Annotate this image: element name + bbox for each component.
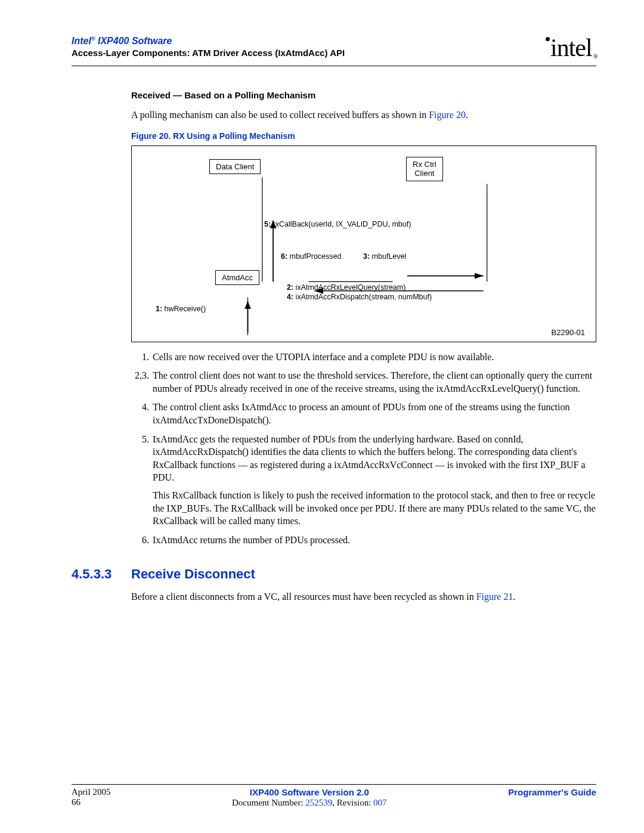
footer-left: April 2005 66 bbox=[72, 787, 110, 808]
label-1: 1: hwReceive() bbox=[156, 305, 206, 313]
footer-docline: Document Number: 252539, Revision: 007 bbox=[232, 798, 387, 807]
doc-number: 252539 bbox=[305, 798, 332, 807]
section2-text-a: Before a client disconnects from a VC, a… bbox=[131, 592, 476, 602]
product-name: Intel® IXP400 Software bbox=[72, 36, 345, 47]
figure-diagram: Data Client Rx Ctrl Client AtmdAcc 5: rx… bbox=[131, 145, 596, 342]
label-2-text: ixAtmdAccRxLevelQuery(stream) bbox=[293, 283, 405, 292]
intro-text-b: . bbox=[466, 110, 468, 120]
section2-text-b: . bbox=[513, 592, 515, 602]
item-num: 6. bbox=[131, 534, 153, 547]
header-left: Intel® IXP400 Software Access-Layer Comp… bbox=[72, 36, 345, 58]
item-text: IxAtmdAcc returns the number of PDUs pro… bbox=[153, 534, 596, 547]
intel-logo: intel® bbox=[546, 33, 596, 62]
logo-registered: ® bbox=[593, 52, 597, 60]
list-item: 1. Cells are now received over the UTOPI… bbox=[131, 351, 596, 364]
section-heading: 4.5.3.3 Receive Disconnect bbox=[72, 566, 596, 582]
content: Received — Based on a Polling Mechanism … bbox=[131, 90, 596, 603]
item-text: The control client asks IxAtmdAcc to pro… bbox=[153, 401, 596, 426]
footer-center: IXP400 Software Version 2.0 Document Num… bbox=[110, 787, 508, 808]
label-3-text: mbufLevel bbox=[370, 252, 406, 261]
page-header: Intel® IXP400 Software Access-Layer Comp… bbox=[72, 36, 596, 66]
label-5: 5: rxCallBack(userId, IX_VALID_PDU, mbuf… bbox=[264, 220, 411, 228]
data-client-box: Data Client bbox=[209, 159, 261, 174]
subsection-heading: Received — Based on a Polling Mechanism bbox=[131, 90, 596, 100]
doc-label-b: , Revision: bbox=[332, 798, 373, 807]
label-4-num: 4: bbox=[287, 293, 293, 301]
label-4-text: ixAtmdAccRxDispatch(stream, numMbuf) bbox=[293, 293, 432, 301]
label-2: 2: ixAtmdAccRxLevelQuery(stream) bbox=[287, 283, 405, 292]
item-text: The control client does not want to use … bbox=[153, 369, 596, 395]
label-6: 6: mbufProcessed bbox=[281, 252, 341, 261]
figure21-link[interactable]: Figure 21 bbox=[476, 592, 513, 602]
label-3-num: 3: bbox=[363, 252, 370, 261]
label-2-num: 2: bbox=[287, 283, 293, 292]
registered-mark: ® bbox=[91, 36, 95, 42]
item-num: 1. bbox=[131, 351, 153, 364]
doc-revision: 007 bbox=[373, 798, 387, 807]
list-item: 6. IxAtmdAcc returns the number of PDUs … bbox=[131, 534, 596, 547]
product-prefix: Intel bbox=[72, 36, 91, 46]
rx-ctrl-line2: Client bbox=[414, 169, 434, 178]
product-suffix: IXP400 Software bbox=[95, 36, 172, 46]
atmdacc-box: AtmdAcc bbox=[215, 270, 259, 285]
header-subtitle: Access-Layer Components: ATM Driver Acce… bbox=[72, 48, 345, 58]
figure-ref-link[interactable]: Figure 20 bbox=[429, 110, 466, 120]
figure-caption: Figure 20. RX Using a Polling Mechanism bbox=[131, 131, 596, 141]
numbered-list: 1. Cells are now received over the UTOPI… bbox=[131, 351, 596, 547]
item-text: Cells are now received over the UTOPIA i… bbox=[153, 351, 596, 364]
label-1-text: hwReceive() bbox=[162, 305, 206, 313]
item-text: IxAtmdAcc gets the requested number of P… bbox=[153, 433, 596, 528]
item5-p1: IxAtmdAcc gets the requested number of P… bbox=[153, 434, 586, 483]
section2-paragraph: Before a client disconnects from a VC, a… bbox=[131, 590, 596, 603]
figure-code: B2290-01 bbox=[552, 328, 585, 337]
label-5-num: 5: bbox=[264, 220, 271, 228]
item-num: 4. bbox=[131, 401, 153, 426]
page-footer: April 2005 66 IXP400 Software Version 2.… bbox=[72, 784, 596, 808]
label-5-text: rxCallBack(userId, IX_VALID_PDU, mbuf) bbox=[271, 220, 411, 228]
footer-right: Programmer's Guide bbox=[508, 787, 596, 808]
footer-version: IXP400 Software Version 2.0 bbox=[250, 787, 369, 797]
rx-ctrl-line1: Rx Ctrl bbox=[413, 160, 436, 169]
rx-ctrl-client-box: Rx Ctrl Client bbox=[406, 157, 443, 181]
list-item: 4. The control client asks IxAtmdAcc to … bbox=[131, 401, 596, 426]
page: Intel® IXP400 Software Access-Layer Comp… bbox=[0, 0, 644, 833]
list-item: 2,3. The control client does not want to… bbox=[131, 369, 596, 395]
label-1-num: 1: bbox=[156, 305, 162, 313]
label-3: 3: mbufLevel bbox=[363, 252, 406, 261]
list-item: 5. IxAtmdAcc gets the requested number o… bbox=[131, 433, 596, 528]
section-title: Receive Disconnect bbox=[131, 566, 255, 582]
label-6-num: 6: bbox=[281, 252, 287, 261]
doc-label-a: Document Number: bbox=[232, 798, 305, 807]
label-4: 4: ixAtmdAccRxDispatch(stream, numMbuf) bbox=[287, 293, 432, 301]
intro-text-a: A polling mechanism can also be used to … bbox=[131, 110, 429, 120]
intro-paragraph: A polling mechanism can also be used to … bbox=[131, 109, 596, 122]
logo-dot-icon bbox=[546, 37, 550, 41]
logo-text: intel bbox=[550, 34, 592, 61]
section-number: 4.5.3.3 bbox=[72, 566, 131, 582]
item5-p2: This RxCallback function is likely to pu… bbox=[153, 489, 596, 528]
item-num: 5. bbox=[131, 433, 153, 528]
footer-page: 66 bbox=[72, 797, 80, 807]
footer-date: April 2005 bbox=[72, 787, 110, 797]
item-num: 2,3. bbox=[131, 369, 153, 395]
label-6-text: mbufProcessed bbox=[287, 252, 341, 261]
